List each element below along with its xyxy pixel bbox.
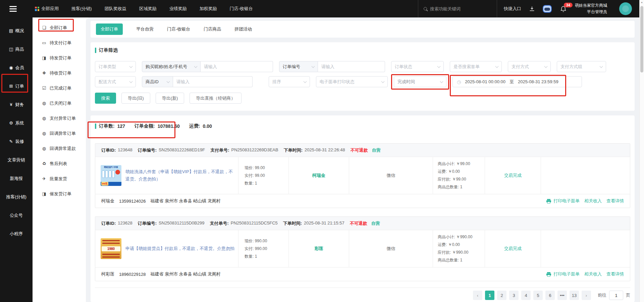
topbar-nav-distribution[interactable]: 推客(分销) xyxy=(71,6,92,12)
buyer-field-select[interactable]: 购买昵称/姓名/手机号 xyxy=(142,61,201,72)
topbar-nav-performance-reward[interactable]: 业绩奖励 xyxy=(169,6,187,12)
package-icon: ❖ xyxy=(42,70,47,76)
page-button-2[interactable]: 2 xyxy=(497,291,506,300)
buyer-cell[interactable]: 彩莲 xyxy=(289,230,349,267)
topbar-nav-weighted-reward[interactable]: 加权奖励 xyxy=(200,6,217,12)
subnav-pending-payment[interactable]: ▭待支付订单 xyxy=(33,35,86,50)
page-button-1[interactable]: 1 xyxy=(485,291,494,300)
search-button[interactable]: 搜索 xyxy=(95,93,116,104)
topbar-nav-store-cashier[interactable]: 门店-收银台 xyxy=(230,6,253,12)
product-name-link[interactable]: 申请【萌娃提货点】付款后，不退款，不退货。介意勿拍 xyxy=(125,245,234,252)
pay-method-select[interactable]: 支付方式 xyxy=(508,61,551,72)
tab-store-goods[interactable]: 门店商品 xyxy=(204,26,221,32)
page-button-3[interactable]: 3 xyxy=(509,291,519,300)
view-detail-link[interactable]: 查看详情 xyxy=(606,198,624,204)
topbar-tools: 快捷入口 34 萌娃当家官方商城 平台管理员 xyxy=(497,2,644,15)
first-order-select[interactable]: 是否搜索首单 xyxy=(450,61,502,72)
subnav-urge-shipment-orders[interactable]: ◨催发货订单 xyxy=(33,186,86,201)
price-now-label: 现价: xyxy=(245,239,254,243)
subnav-completed-orders[interactable]: ☑已完成订单 xyxy=(33,81,86,96)
brush-icon: ✎ xyxy=(9,139,14,144)
subnav-closed-orders[interactable]: ◍已关闭订单 xyxy=(33,96,86,111)
orders-count-value: 127 xyxy=(117,123,125,129)
page-button-13[interactable]: 13 xyxy=(570,291,579,300)
scrollbar-thumb[interactable] xyxy=(640,6,643,72)
page-ellipsis[interactable]: ••• xyxy=(557,291,567,300)
sort-select[interactable]: 排序 xyxy=(269,76,310,87)
filter-title-text: 订单筛选 xyxy=(99,47,118,53)
filter-card: 订单筛选 订单类型 购买昵称/姓名/手机号 订单编号 订单状态 是否搜索首单 支… xyxy=(91,42,635,111)
order-id-label: 订单ID: xyxy=(101,147,116,153)
page-button-6[interactable]: 6 xyxy=(545,291,555,300)
page-button-4[interactable]: 4 xyxy=(521,291,531,300)
delivery-select[interactable]: 配送方式 xyxy=(95,76,136,87)
trash-icon: ◍ xyxy=(42,101,47,106)
download-icon[interactable] xyxy=(529,6,535,11)
quick-entry-link[interactable]: 快捷入口 xyxy=(504,6,521,12)
export-old-button[interactable]: 导出(旧) xyxy=(121,93,150,104)
related-income-link[interactable]: 相关收入 xyxy=(584,271,602,277)
next-page-button[interactable]: › xyxy=(582,291,591,300)
topbar-nav-region-reward[interactable]: 区域奖励 xyxy=(139,6,157,12)
subnav-payment-abnormal-orders[interactable]: ◍支付异常订单 xyxy=(33,111,86,126)
product-id-select[interactable]: 商品ID xyxy=(142,76,173,87)
tab-store-cashier[interactable]: 门店-收银台 xyxy=(167,26,190,32)
product-name-link[interactable]: 萌娃洗涤八件套（申请【萌娃VIP】付款后，不退款，不退货。介意勿拍） xyxy=(125,168,235,183)
order-no-input[interactable] xyxy=(318,61,385,72)
sidebar-item-goods[interactable]: ◫商品 xyxy=(0,40,33,58)
pay-method-group-select[interactable]: 支付方式组 xyxy=(557,61,606,72)
subnav-label: 催发货订单 xyxy=(50,191,71,197)
subnav-batch-shipment[interactable]: ✈批量发货 xyxy=(33,171,86,186)
order-type-select[interactable]: 订单类型 xyxy=(95,61,136,72)
sidebar-item-finance[interactable]: ¥财务 xyxy=(0,95,33,114)
scroll-up-arrow[interactable]: ▲ xyxy=(641,1,643,3)
tab-group-activity[interactable]: 拼团活动 xyxy=(234,26,252,32)
goto-page-input[interactable] xyxy=(609,291,623,300)
topbar-nav-team-income[interactable]: 团队奖收益 xyxy=(105,6,126,12)
finish-time-select[interactable]: 完成时间 xyxy=(394,76,446,87)
sidebar-label: 小程序 xyxy=(10,231,23,237)
buyer-search-input[interactable] xyxy=(201,61,273,72)
related-income-link[interactable]: 相关收入 xyxy=(584,198,602,204)
export-direct-button[interactable]: 导出直推（经销商） xyxy=(190,93,241,104)
sidebar-item-article-marketing[interactable]: 文章营销 xyxy=(0,151,33,169)
subnav-callback-abnormal-refunds[interactable]: ◍回调异常退款 xyxy=(33,141,86,156)
sidebar-item-new-poster[interactable]: 新海报 xyxy=(0,169,33,188)
order-no-select[interactable]: 订单编号 xyxy=(279,61,318,72)
subnav-all-orders[interactable]: ❏全部订单 xyxy=(33,20,86,35)
topbar-nav-all-apps[interactable]: 全部应用 xyxy=(35,6,59,12)
print-eorder-link[interactable]: 打印电子面单 xyxy=(553,198,580,204)
hamburger-menu-icon[interactable] xyxy=(9,5,23,13)
sidebar-item-orders[interactable]: ⊞订单 xyxy=(0,77,33,95)
subnav-callback-abnormal-orders[interactable]: ◍回调异常订单 xyxy=(33,126,86,141)
assistant-robot-icon[interactable] xyxy=(543,5,552,13)
sidebar-item-decorate[interactable]: ✎装修 xyxy=(0,132,33,151)
avatar[interactable] xyxy=(619,2,632,15)
print-eorder-link[interactable]: 打印电子面单 xyxy=(553,271,580,277)
page-button-5[interactable]: 5 xyxy=(533,291,543,300)
subnav-pending-receipt[interactable]: ❖待收货订单 xyxy=(33,65,86,81)
notification-bell[interactable]: 34 xyxy=(560,5,567,12)
search-input[interactable] xyxy=(430,6,487,11)
view-detail-link[interactable]: 查看详情 xyxy=(606,271,624,277)
sidebar-item-distribution[interactable]: 推客(分销) xyxy=(0,188,33,206)
order-status-select[interactable]: 订单状态 xyxy=(391,61,444,72)
subnav-aftersale-list[interactable]: ♻售后列表 xyxy=(33,156,86,171)
sidebar-item-official-account[interactable]: 公众号 xyxy=(0,206,33,224)
sidebar-item-overview[interactable]: ▤概况 xyxy=(0,21,33,40)
product-id-input[interactable] xyxy=(173,76,253,87)
tab-platform-self[interactable]: 平台自营 xyxy=(136,26,154,32)
export-new-button[interactable]: 导出(新) xyxy=(156,93,184,104)
tab-all-orders[interactable]: 全部订单 xyxy=(96,23,123,35)
prev-page-button[interactable]: ‹ xyxy=(473,291,482,300)
price-cell: 现价: 99.00 实付: 99.00 数量: 1 xyxy=(238,157,289,194)
select-label: 购买昵称/姓名/手机号 xyxy=(146,64,187,70)
date-range-input[interactable]: ◷ 2025-08-01 00:00:00 至 2025-08-31 23:59… xyxy=(452,76,582,87)
sidebar-item-system[interactable]: ⚙系统 xyxy=(0,114,33,132)
sidebar-item-mini-program[interactable]: 小程序 xyxy=(0,224,33,243)
order-actions: 打印电子面单 相关收入 查看详情 xyxy=(546,198,624,204)
eorder-print-status-select[interactable]: 电子面单打印状态 xyxy=(316,76,388,87)
buyer-cell[interactable]: 柯瑞金 xyxy=(289,157,349,194)
subnav-pending-shipment[interactable]: ◨待发货订单 xyxy=(33,50,86,65)
sidebar-item-members[interactable]: ◉会员 xyxy=(0,58,33,77)
